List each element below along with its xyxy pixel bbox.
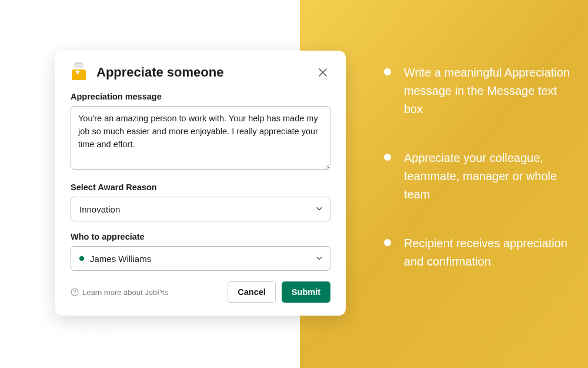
footer-buttons: Cancel Submit — [228, 281, 330, 303]
bullet-item: Recipient receives appreciation and conf… — [384, 234, 572, 271]
svg-point-13 — [29, 191, 31, 193]
jobpts-bot-icon: ★ — [71, 64, 88, 81]
award-reason-value: Innovation — [79, 204, 120, 214]
submit-button[interactable]: Submit — [282, 281, 330, 303]
svg-point-32 — [11, 244, 13, 246]
svg-point-21 — [20, 208, 22, 210]
svg-point-0 — [2, 173, 4, 175]
svg-point-24 — [11, 217, 13, 219]
svg-point-18 — [29, 200, 31, 201]
modal-header: ★ Appreciate someone — [71, 64, 330, 81]
bullet-dot-icon — [384, 154, 391, 161]
decorative-dots — [0, 171, 41, 289]
cancel-button[interactable]: Cancel — [228, 281, 276, 303]
svg-point-5 — [2, 182, 4, 184]
feature-bullets: Write a meaningful Appreciation message … — [384, 64, 572, 301]
svg-point-31 — [2, 244, 4, 246]
svg-point-22 — [29, 208, 31, 210]
appreciate-modal: ★ Appreciate someone Appreciation messag… — [55, 51, 346, 316]
recipient-label: Who to appreciate — [71, 232, 330, 241]
svg-point-23 — [2, 217, 4, 219]
help-icon — [71, 288, 79, 296]
svg-point-4 — [38, 173, 39, 175]
svg-point-25 — [20, 217, 22, 219]
bullet-text: Appreciate your colleague, teammate, man… — [404, 149, 572, 204]
chevron-down-icon — [316, 204, 323, 214]
svg-point-27 — [11, 226, 13, 228]
svg-point-3 — [29, 173, 31, 175]
modal-footer: Learn more about JobPts Cancel Submit — [71, 281, 330, 303]
cancel-label: Cancel — [238, 287, 266, 297]
recipient-select[interactable]: James Williams — [71, 246, 330, 271]
bullet-dot-icon — [384, 239, 391, 246]
message-label: Appreciation message — [71, 92, 330, 101]
recipient-value: James Williams — [90, 254, 151, 264]
svg-point-8 — [29, 182, 31, 184]
svg-point-10 — [2, 191, 4, 193]
close-icon — [318, 68, 328, 77]
svg-point-7 — [20, 182, 22, 184]
svg-point-20 — [11, 208, 13, 210]
award-reason-select[interactable]: Innovation — [71, 197, 330, 221]
svg-point-33 — [2, 253, 4, 254]
bullet-text: Recipient receives appreciation and conf… — [404, 234, 572, 271]
submit-label: Submit — [292, 287, 320, 297]
close-button[interactable] — [315, 65, 330, 80]
svg-point-28 — [20, 226, 22, 228]
modal-title: Appreciate someone — [96, 65, 223, 80]
svg-point-15 — [2, 200, 4, 201]
svg-point-34 — [2, 261, 4, 263]
svg-point-9 — [38, 182, 39, 184]
svg-point-1 — [11, 173, 13, 175]
bullet-item: Appreciate your colleague, teammate, man… — [384, 149, 572, 204]
svg-point-6 — [11, 182, 13, 184]
bullet-text: Write a meaningful Appreciation message … — [404, 64, 572, 118]
learn-more-link[interactable]: Learn more about JobPts — [71, 288, 168, 297]
presence-active-icon — [79, 256, 84, 261]
reason-label: Select Award Reason — [71, 183, 330, 192]
svg-point-11 — [11, 191, 13, 193]
svg-point-14 — [38, 191, 39, 193]
bullet-item: Write a meaningful Appreciation message … — [384, 64, 572, 118]
bullet-dot-icon — [384, 68, 391, 75]
svg-point-26 — [2, 226, 4, 228]
svg-point-17 — [20, 200, 22, 201]
appreciation-message-input[interactable] — [71, 106, 330, 170]
learn-more-text: Learn more about JobPts — [82, 288, 168, 297]
svg-point-29 — [2, 235, 4, 237]
svg-point-30 — [11, 235, 13, 237]
chevron-down-icon — [316, 254, 323, 264]
svg-point-12 — [20, 191, 22, 193]
modal-title-wrap: ★ Appreciate someone — [71, 64, 223, 81]
svg-point-16 — [11, 200, 13, 201]
svg-point-2 — [20, 173, 22, 175]
svg-point-19 — [2, 208, 4, 210]
